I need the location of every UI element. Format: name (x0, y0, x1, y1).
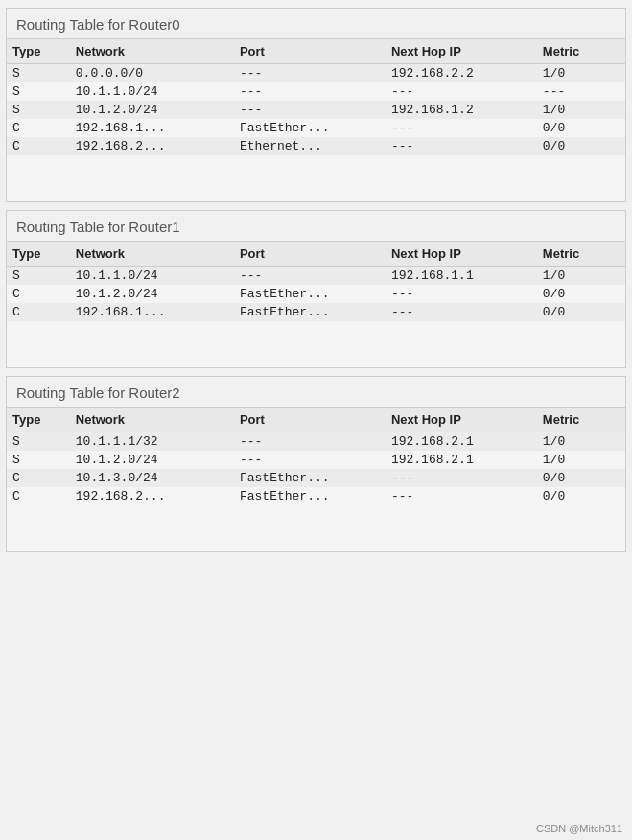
cell-1-4: 1/0 (537, 451, 625, 469)
table-row: C192.168.2...FastEther...---0/0 (7, 487, 625, 505)
routing-table-0: TypeNetworkPortNext Hop IPMetricS0.0.0.0… (7, 38, 625, 155)
cell-3-4: 0/0 (537, 487, 625, 505)
col-header-4: Metric (537, 242, 625, 267)
table-row: S10.1.2.0/24---192.168.2.11/0 (7, 451, 625, 469)
cell-3-3: --- (386, 487, 537, 505)
col-header-3: Next Hop IP (386, 39, 537, 64)
cell-3-0: C (7, 119, 70, 137)
cell-4-2: Ethernet... (234, 137, 386, 155)
cell-0-3: 192.168.2.2 (386, 64, 537, 83)
cell-0-1: 10.1.1.0/24 (70, 267, 234, 286)
cell-2-2: FastEther... (234, 303, 386, 321)
section-title-1: Routing Table for Router1 (7, 211, 625, 241)
cell-3-2: FastEther... (234, 487, 386, 505)
cell-0-2: --- (234, 432, 386, 452)
cell-2-1: 10.1.3.0/24 (70, 469, 234, 487)
table-row: C10.1.3.0/24FastEther...---0/0 (7, 469, 625, 487)
cell-2-3: 192.168.1.2 (386, 101, 537, 119)
col-header-4: Metric (537, 408, 625, 432)
watermark: CSDN @Mitch311 (536, 823, 622, 834)
cell-3-0: C (7, 487, 70, 505)
col-header-0: Type (7, 39, 70, 64)
table-row: C192.168.1...FastEther...---0/0 (7, 303, 625, 321)
routing-section-0: Routing Table for Router0TypeNetworkPort… (6, 8, 626, 202)
cell-4-1: 192.168.2... (70, 137, 234, 155)
cell-1-1: 10.1.2.0/24 (70, 451, 234, 469)
cell-0-3: 192.168.1.1 (386, 267, 537, 286)
col-header-0: Type (7, 408, 70, 432)
cell-3-1: 192.168.1... (70, 119, 234, 137)
cell-2-0: C (7, 469, 70, 487)
cell-1-3: 192.168.2.1 (386, 451, 537, 469)
cell-1-0: S (7, 82, 70, 101)
cell-2-1: 10.1.2.0/24 (70, 101, 234, 119)
cell-2-2: FastEther... (234, 469, 386, 487)
cell-1-4: --- (537, 82, 625, 101)
cell-1-2: FastEther... (234, 285, 386, 303)
cell-3-3: --- (386, 119, 537, 137)
col-header-0: Type (7, 242, 70, 267)
col-header-1: Network (70, 242, 234, 267)
cell-1-3: --- (386, 82, 537, 101)
table-row: S10.1.1.1/32---192.168.2.11/0 (7, 432, 625, 452)
cell-1-4: 0/0 (537, 285, 625, 303)
cell-1-0: C (7, 285, 70, 303)
cell-0-4: 1/0 (537, 267, 625, 286)
cell-0-3: 192.168.2.1 (386, 432, 537, 452)
cell-0-0: S (7, 432, 70, 452)
col-header-2: Port (234, 39, 386, 64)
cell-2-2: --- (234, 101, 386, 119)
col-header-3: Next Hop IP (386, 408, 537, 432)
col-header-1: Network (70, 39, 234, 64)
cell-0-0: S (7, 267, 70, 286)
cell-0-4: 1/0 (537, 64, 625, 83)
cell-4-4: 0/0 (537, 137, 625, 155)
cell-0-2: --- (234, 64, 386, 83)
routing-table-2: TypeNetworkPortNext Hop IPMetricS10.1.1.… (7, 407, 625, 505)
table-row: C192.168.2...Ethernet...---0/0 (7, 137, 625, 155)
cell-1-1: 10.1.2.0/24 (70, 285, 234, 303)
table-row: C10.1.2.0/24FastEther...---0/0 (7, 285, 625, 303)
cell-3-1: 192.168.2... (70, 487, 234, 505)
cell-2-1: 192.168.1... (70, 303, 234, 321)
cell-2-4: 0/0 (537, 469, 625, 487)
routing-section-2: Routing Table for Router2TypeNetworkPort… (6, 376, 626, 552)
section-title-0: Routing Table for Router0 (7, 9, 625, 38)
table-row: S0.0.0.0/0---192.168.2.21/0 (7, 64, 625, 83)
cell-1-3: --- (386, 285, 537, 303)
col-header-4: Metric (537, 39, 625, 64)
cell-0-4: 1/0 (537, 432, 625, 452)
cell-1-2: --- (234, 82, 386, 101)
table-row: S10.1.1.0/24---192.168.1.11/0 (7, 267, 625, 286)
cell-3-4: 0/0 (537, 119, 625, 137)
cell-0-2: --- (234, 267, 386, 286)
cell-2-4: 0/0 (537, 303, 625, 321)
cell-4-3: --- (386, 137, 537, 155)
cell-1-0: S (7, 451, 70, 469)
routing-table-1: TypeNetworkPortNext Hop IPMetricS10.1.1.… (7, 241, 625, 321)
col-header-1: Network (70, 408, 234, 432)
cell-0-0: S (7, 64, 70, 83)
table-row: S10.1.1.0/24--------- (7, 82, 625, 101)
col-header-2: Port (234, 408, 386, 432)
section-title-2: Routing Table for Router2 (7, 377, 625, 407)
cell-1-2: --- (234, 451, 386, 469)
col-header-3: Next Hop IP (386, 242, 537, 267)
table-row: S10.1.2.0/24---192.168.1.21/0 (7, 101, 625, 119)
cell-2-3: --- (386, 469, 537, 487)
cell-2-4: 1/0 (537, 101, 625, 119)
cell-2-3: --- (386, 303, 537, 321)
cell-4-0: C (7, 137, 70, 155)
cell-1-1: 10.1.1.0/24 (70, 82, 234, 101)
cell-2-0: C (7, 303, 70, 321)
table-row: C192.168.1...FastEther...---0/0 (7, 119, 625, 137)
routing-section-1: Routing Table for Router1TypeNetworkPort… (6, 210, 626, 368)
cell-0-1: 10.1.1.1/32 (70, 432, 234, 452)
col-header-2: Port (234, 242, 386, 267)
cell-0-1: 0.0.0.0/0 (70, 64, 234, 83)
cell-2-0: S (7, 101, 70, 119)
cell-3-2: FastEther... (234, 119, 386, 137)
